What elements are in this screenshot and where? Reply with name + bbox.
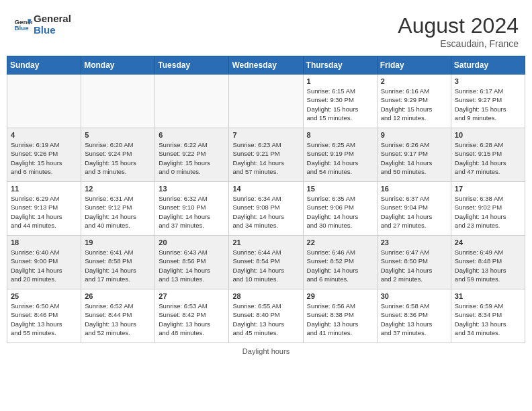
day-info: Sunrise: 6:32 AM Sunset: 9:10 PM Dayligh… xyxy=(159,194,225,230)
day-number: 1 xyxy=(307,77,373,85)
calendar-cell xyxy=(229,75,303,128)
day-info: Sunrise: 6:58 AM Sunset: 8:36 PM Dayligh… xyxy=(381,302,447,337)
day-info: Sunrise: 6:28 AM Sunset: 9:15 PM Dayligh… xyxy=(455,140,521,176)
calendar-cell: 30Sunrise: 6:58 AM Sunset: 8:36 PM Dayli… xyxy=(377,289,451,343)
calendar-cell: 18Sunrise: 6:40 AM Sunset: 9:00 PM Dayli… xyxy=(7,236,81,289)
day-number: 25 xyxy=(11,292,77,300)
calendar-cell: 15Sunrise: 6:35 AM Sunset: 9:06 PM Dayli… xyxy=(303,182,377,236)
day-info: Sunrise: 6:53 AM Sunset: 8:42 PM Dayligh… xyxy=(159,302,225,337)
day-info: Sunrise: 6:37 AM Sunset: 9:04 PM Dayligh… xyxy=(381,194,447,230)
day-number: 21 xyxy=(232,238,299,246)
calendar-cell: 29Sunrise: 6:56 AM Sunset: 8:38 PM Dayli… xyxy=(303,289,377,343)
calendar-cell: 26Sunrise: 6:52 AM Sunset: 8:44 PM Dayli… xyxy=(81,289,155,343)
calendar-cell: 23Sunrise: 6:47 AM Sunset: 8:50 PM Dayli… xyxy=(377,236,451,289)
day-info: Sunrise: 6:23 AM Sunset: 9:21 PM Dayligh… xyxy=(232,140,299,176)
day-number: 20 xyxy=(159,238,225,246)
calendar-cell: 6Sunrise: 6:22 AM Sunset: 9:22 PM Daylig… xyxy=(155,128,229,182)
day-info: Sunrise: 6:59 AM Sunset: 8:34 PM Dayligh… xyxy=(455,302,521,337)
day-number: 10 xyxy=(455,131,521,139)
calendar-week-row: 25Sunrise: 6:50 AM Sunset: 8:46 PM Dayli… xyxy=(7,289,525,343)
col-header-monday: Monday xyxy=(81,56,155,75)
day-info: Sunrise: 6:19 AM Sunset: 9:26 PM Dayligh… xyxy=(11,140,77,176)
day-number: 31 xyxy=(455,292,521,300)
calendar-cell: 2Sunrise: 6:16 AM Sunset: 9:29 PM Daylig… xyxy=(377,75,451,128)
day-info: Sunrise: 6:38 AM Sunset: 9:02 PM Dayligh… xyxy=(455,194,521,230)
calendar-table: SundayMondayTuesdayWednesdayThursdayFrid… xyxy=(7,56,525,343)
day-number: 23 xyxy=(381,238,447,246)
col-header-thursday: Thursday xyxy=(303,56,377,75)
day-number: 13 xyxy=(159,185,225,193)
day-number: 8 xyxy=(307,131,373,139)
day-number: 9 xyxy=(381,131,447,139)
day-info: Sunrise: 6:49 AM Sunset: 8:48 PM Dayligh… xyxy=(455,248,521,283)
logo: General Blue General Blue xyxy=(13,13,71,36)
day-number: 12 xyxy=(85,185,151,193)
calendar-cell: 31Sunrise: 6:59 AM Sunset: 8:34 PM Dayli… xyxy=(451,289,525,343)
location-subtitle: Escaudain, France xyxy=(398,38,519,49)
logo-icon: General Blue xyxy=(13,15,32,34)
title-section: August 2024 Escaudain, France xyxy=(398,13,519,49)
day-number: 16 xyxy=(381,185,447,193)
day-number: 29 xyxy=(307,292,373,300)
day-number: 19 xyxy=(85,238,151,246)
day-number: 22 xyxy=(307,238,373,246)
day-number: 5 xyxy=(85,131,151,139)
day-number: 30 xyxy=(381,292,447,300)
calendar-cell: 19Sunrise: 6:41 AM Sunset: 8:58 PM Dayli… xyxy=(81,236,155,289)
calendar-cell: 17Sunrise: 6:38 AM Sunset: 9:02 PM Dayli… xyxy=(451,182,525,236)
day-number: 17 xyxy=(455,185,521,193)
day-number: 6 xyxy=(159,131,225,139)
day-number: 7 xyxy=(232,131,299,139)
day-number: 27 xyxy=(159,292,225,300)
day-info: Sunrise: 6:41 AM Sunset: 8:58 PM Dayligh… xyxy=(85,248,151,283)
calendar-week-row: 18Sunrise: 6:40 AM Sunset: 9:00 PM Dayli… xyxy=(7,236,525,289)
calendar-week-row: 4Sunrise: 6:19 AM Sunset: 9:26 PM Daylig… xyxy=(7,128,525,182)
day-info: Sunrise: 6:34 AM Sunset: 9:08 PM Dayligh… xyxy=(232,194,299,230)
calendar-cell: 11Sunrise: 6:29 AM Sunset: 9:13 PM Dayli… xyxy=(7,182,81,236)
calendar-cell: 21Sunrise: 6:44 AM Sunset: 8:54 PM Dayli… xyxy=(229,236,303,289)
calendar-cell: 27Sunrise: 6:53 AM Sunset: 8:42 PM Dayli… xyxy=(155,289,229,343)
day-number: 15 xyxy=(307,185,373,193)
calendar-cell: 4Sunrise: 6:19 AM Sunset: 9:26 PM Daylig… xyxy=(7,128,81,182)
calendar-cell: 1Sunrise: 6:15 AM Sunset: 9:30 PM Daylig… xyxy=(303,75,377,128)
calendar-cell: 14Sunrise: 6:34 AM Sunset: 9:08 PM Dayli… xyxy=(229,182,303,236)
day-number: 11 xyxy=(11,185,77,193)
calendar-cell: 13Sunrise: 6:32 AM Sunset: 9:10 PM Dayli… xyxy=(155,182,229,236)
month-year-title: August 2024 xyxy=(398,13,519,38)
svg-text:Blue: Blue xyxy=(14,24,29,32)
day-info: Sunrise: 6:29 AM Sunset: 9:13 PM Dayligh… xyxy=(11,194,77,230)
day-number: 26 xyxy=(85,292,151,300)
day-info: Sunrise: 6:31 AM Sunset: 9:12 PM Dayligh… xyxy=(85,194,151,230)
logo-line1: General xyxy=(34,13,71,25)
calendar-cell: 16Sunrise: 6:37 AM Sunset: 9:04 PM Dayli… xyxy=(377,182,451,236)
day-number: 24 xyxy=(455,238,521,246)
day-number: 18 xyxy=(11,238,77,246)
day-info: Sunrise: 6:20 AM Sunset: 9:24 PM Dayligh… xyxy=(85,140,151,176)
day-number: 3 xyxy=(455,77,521,85)
calendar-cell: 28Sunrise: 6:55 AM Sunset: 8:40 PM Dayli… xyxy=(229,289,303,343)
col-header-tuesday: Tuesday xyxy=(155,56,229,75)
calendar-cell: 12Sunrise: 6:31 AM Sunset: 9:12 PM Dayli… xyxy=(81,182,155,236)
day-info: Sunrise: 6:55 AM Sunset: 8:40 PM Dayligh… xyxy=(232,302,299,337)
calendar-cell: 20Sunrise: 6:43 AM Sunset: 8:56 PM Dayli… xyxy=(155,236,229,289)
day-number: 2 xyxy=(381,77,447,85)
calendar-cell: 8Sunrise: 6:25 AM Sunset: 9:19 PM Daylig… xyxy=(303,128,377,182)
day-info: Sunrise: 6:22 AM Sunset: 9:22 PM Dayligh… xyxy=(159,140,225,176)
calendar-cell: 3Sunrise: 6:17 AM Sunset: 9:27 PM Daylig… xyxy=(451,75,525,128)
day-number: 28 xyxy=(232,292,299,300)
calendar-cell xyxy=(81,75,155,128)
calendar-cell: 22Sunrise: 6:46 AM Sunset: 8:52 PM Dayli… xyxy=(303,236,377,289)
day-info: Sunrise: 6:26 AM Sunset: 9:17 PM Dayligh… xyxy=(381,140,447,176)
calendar-week-row: 1Sunrise: 6:15 AM Sunset: 9:30 PM Daylig… xyxy=(7,75,525,128)
day-info: Sunrise: 6:15 AM Sunset: 9:30 PM Dayligh… xyxy=(307,87,373,122)
col-header-friday: Friday xyxy=(377,56,451,75)
day-info: Sunrise: 6:16 AM Sunset: 9:29 PM Dayligh… xyxy=(381,87,447,122)
col-header-wednesday: Wednesday xyxy=(229,56,303,75)
day-info: Sunrise: 6:47 AM Sunset: 8:50 PM Dayligh… xyxy=(381,248,447,283)
day-info: Sunrise: 6:56 AM Sunset: 8:38 PM Dayligh… xyxy=(307,302,373,337)
footer-note: Daylight hours xyxy=(7,347,525,355)
col-header-sunday: Sunday xyxy=(7,56,81,75)
logo-line2: Blue xyxy=(34,25,71,36)
day-number: 4 xyxy=(11,131,77,139)
day-info: Sunrise: 6:25 AM Sunset: 9:19 PM Dayligh… xyxy=(307,140,373,176)
